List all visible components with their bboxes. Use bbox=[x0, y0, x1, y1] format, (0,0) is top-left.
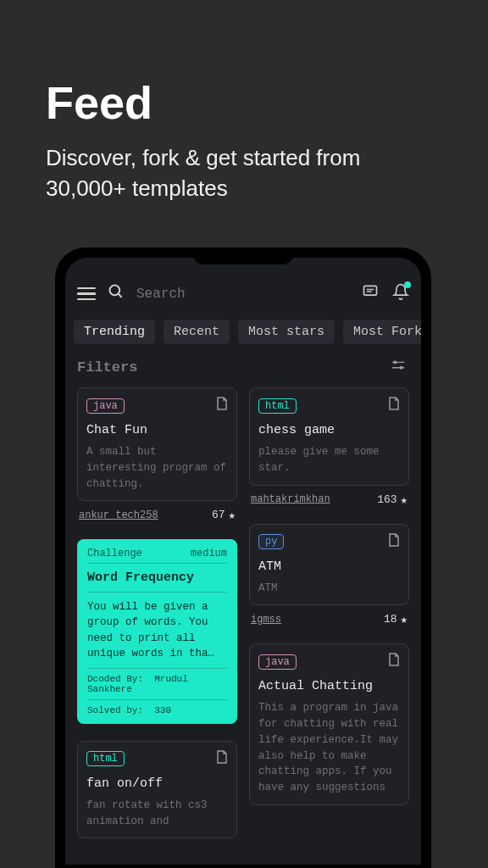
lang-tag: java bbox=[86, 398, 125, 414]
card-chess[interactable]: html chess game please give me some star… bbox=[249, 387, 409, 486]
lang-tag: py bbox=[258, 534, 284, 549]
filter-toggle-icon[interactable] bbox=[391, 359, 406, 376]
search-input[interactable] bbox=[136, 287, 350, 302]
comment-icon[interactable] bbox=[362, 283, 379, 304]
challenge-title: Word Frequency bbox=[87, 570, 227, 593]
app-screen: Trending Recent Most stars Most Fork Fil… bbox=[65, 258, 421, 865]
star-count: 67★ bbox=[212, 508, 236, 522]
card-atm[interactable]: py ATM ATM bbox=[249, 524, 409, 606]
challenge-difficulty: medium bbox=[191, 548, 227, 559]
card-title: ATM bbox=[258, 559, 400, 574]
star-icon: ★ bbox=[401, 492, 408, 507]
file-icon bbox=[388, 653, 400, 670]
menu-icon[interactable] bbox=[77, 287, 96, 301]
svg-point-8 bbox=[400, 366, 402, 369]
file-icon bbox=[388, 533, 400, 551]
file-icon bbox=[216, 397, 228, 415]
author-link[interactable]: ankur_tech258 bbox=[79, 509, 158, 521]
page-title: Feed bbox=[46, 76, 442, 129]
challenge-card[interactable]: Challenge medium Word Frequency You will… bbox=[77, 539, 237, 724]
card-desc: This a program in java for chatting with… bbox=[258, 700, 400, 796]
lang-tag: html bbox=[86, 751, 125, 766]
lang-tag: java bbox=[258, 654, 297, 670]
search-icon[interactable] bbox=[108, 283, 125, 304]
card-chat-fun[interactable]: java Chat Fun A small but interesting pr… bbox=[77, 387, 237, 501]
star-icon: ★ bbox=[401, 612, 408, 626]
star-count: 163★ bbox=[377, 492, 408, 507]
card-actual-chatting[interactable]: java Actual Chatting This a program in j… bbox=[249, 643, 409, 805]
tab-bar: Trending Recent Most stars Most Fork bbox=[65, 314, 421, 353]
card-title: chess game bbox=[258, 423, 400, 437]
challenge-solved: Solved by: 330 bbox=[87, 705, 227, 715]
svg-rect-2 bbox=[364, 286, 377, 295]
star-icon: ★ bbox=[229, 508, 236, 522]
notification-dot bbox=[404, 281, 411, 288]
card-title: fan on/off bbox=[86, 776, 228, 791]
card-fan[interactable]: html fan on/off fan rotate with cs3 anim… bbox=[77, 741, 237, 839]
phone-frame: Trending Recent Most stars Most Fork Fil… bbox=[55, 248, 431, 868]
challenge-author: Dcoded By: Mrudul Sankhere bbox=[87, 674, 227, 700]
challenge-desc: You will be given a group of words. You … bbox=[87, 599, 227, 669]
card-title: Chat Fun bbox=[86, 423, 228, 437]
filters-label: Filters bbox=[77, 359, 137, 376]
file-icon bbox=[216, 750, 228, 768]
card-desc: please give me some star. bbox=[258, 444, 400, 476]
card-desc: ATM bbox=[258, 581, 400, 597]
page-subtitle: Discover, fork & get started from 30,000… bbox=[46, 142, 442, 204]
top-bar bbox=[65, 258, 421, 314]
tab-most-stars[interactable]: Most stars bbox=[238, 320, 335, 344]
svg-point-0 bbox=[110, 286, 120, 296]
file-icon bbox=[388, 397, 400, 415]
svg-line-1 bbox=[119, 294, 122, 298]
phone-notch bbox=[192, 248, 294, 264]
card-title: Actual Chatting bbox=[258, 679, 400, 693]
tab-trending[interactable]: Trending bbox=[74, 320, 155, 344]
author-link[interactable]: igmss bbox=[251, 614, 281, 626]
bell-icon[interactable] bbox=[392, 283, 409, 304]
card-desc: fan rotate with cs3 animation and bbox=[86, 798, 228, 830]
tab-most-forks[interactable]: Most Fork bbox=[343, 320, 421, 344]
tab-recent[interactable]: Recent bbox=[164, 320, 230, 344]
card-desc: A small but interesting program of chatt… bbox=[86, 444, 228, 492]
svg-point-6 bbox=[394, 361, 396, 364]
challenge-label: Challenge bbox=[87, 548, 142, 559]
lang-tag: html bbox=[258, 398, 297, 414]
star-count: 18★ bbox=[384, 612, 408, 626]
author-link[interactable]: mahtakrimkhan bbox=[251, 493, 330, 505]
